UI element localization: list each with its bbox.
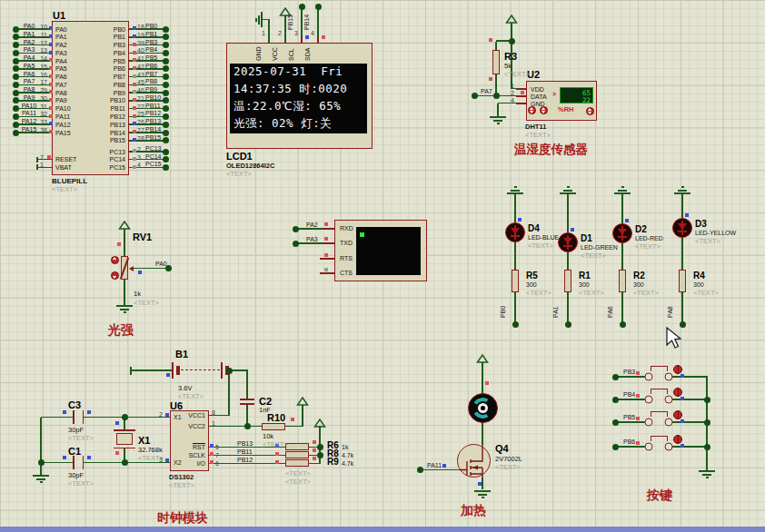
section-label-clock: 时钟模块	[157, 511, 208, 524]
net-label: PB10	[145, 94, 161, 101]
led-text-placeholder: <TEXT>	[528, 242, 553, 250]
resistor-value: 4.7k	[342, 452, 353, 458]
wire	[618, 399, 645, 400]
crystal-plate	[114, 448, 135, 449]
power-arrow-icon	[505, 15, 518, 24]
pin-state-square	[324, 237, 328, 241]
resistor-body[interactable]	[285, 459, 309, 467]
pin-number: 8	[212, 409, 215, 416]
u2-text-placeholder: <TEXT>	[525, 132, 551, 139]
resistor-value: 4.7k	[342, 460, 353, 467]
r10-text-placeholder: <TEXT>	[263, 441, 288, 448]
pin-number: 45	[137, 79, 144, 85]
mcu-pin-name: PB10	[86, 97, 125, 103]
fan-hub-hole-icon	[481, 406, 485, 410]
mcu-pin-name: PB4	[86, 50, 125, 56]
mcu-pin-name: PB14	[86, 130, 125, 136]
mcu-pin-name: PA10	[55, 105, 71, 112]
pin-state-square	[324, 222, 328, 226]
ground-icon	[511, 190, 520, 192]
net-label: PB0	[145, 23, 157, 29]
power-arrow-icon	[118, 221, 131, 230]
pin-state-square	[63, 456, 66, 459]
pin-number: 18	[137, 24, 144, 30]
proteus-schematic-canvas[interactable]: U1 BLUEPILL <TEXT> LCD1 OLED12864I2C <TE…	[0, 0, 765, 532]
resistor-body[interactable]	[262, 423, 285, 430]
ground-icon	[33, 475, 49, 477]
net-label: PB3	[145, 39, 157, 45]
junction-dot	[163, 42, 169, 48]
pin-state-square	[210, 460, 214, 464]
led-ref: D2	[635, 225, 647, 234]
pin-number: 4	[505, 97, 514, 103]
net-label: PB6	[623, 438, 635, 445]
net-label: PB11	[145, 103, 161, 109]
ground-icon	[563, 190, 572, 192]
ground-icon	[618, 190, 627, 192]
ground-icon	[120, 309, 129, 310]
ground-icon	[258, 15, 260, 25]
junction-dot	[612, 374, 619, 380]
wire	[298, 242, 323, 244]
pin-state-square	[133, 130, 136, 133]
cap-plate	[83, 456, 84, 469]
junction-dot	[293, 226, 299, 232]
rv1-text-placeholder: <TEXT>	[134, 300, 159, 307]
section-label-sensor: 温湿度传感器	[514, 143, 588, 156]
pin-state-square	[322, 35, 325, 39]
net-label: PB12	[145, 110, 161, 116]
junction-dot	[317, 452, 323, 458]
net-label: PB12	[237, 457, 253, 463]
mcu-pin-name: PA6	[55, 74, 67, 80]
resistor-body[interactable]	[512, 270, 519, 292]
up-arrow-icon	[530, 107, 533, 110]
pin-number: 40	[137, 47, 144, 54]
pin-state-square	[133, 122, 136, 125]
u1-text-placeholder: <TEXT>	[52, 186, 77, 193]
junction-dot	[163, 50, 169, 56]
junction-dot	[163, 149, 169, 155]
pin-state-square	[275, 452, 279, 456]
wire	[621, 243, 623, 270]
pin-state-square	[133, 165, 136, 169]
wire-end	[130, 367, 132, 375]
resistor-ref: R9	[327, 458, 339, 467]
resistor-body[interactable]	[619, 270, 626, 292]
resistor-text-placeholder: <TEXT>	[579, 290, 604, 297]
terminal-screen	[356, 227, 421, 275]
pin-number: 2	[137, 146, 141, 153]
resistor-body[interactable]	[285, 451, 309, 458]
lcd-text-placeholder: <TEXT>	[226, 171, 252, 178]
junction-dot	[163, 26, 169, 33]
rv1-ref: RV1	[133, 232, 152, 242]
net-label-pa11: PA11	[427, 462, 442, 468]
pin-number: 19	[137, 32, 144, 38]
resistor-body[interactable]	[492, 50, 500, 74]
resistor-text-placeholder: <TEXT>	[633, 290, 659, 297]
resistor-body[interactable]	[285, 443, 309, 450]
lcd-pin-name: SDA	[304, 48, 311, 61]
battery-dash	[181, 369, 220, 370]
b1-text-placeholder: <TEXT>	[178, 393, 204, 400]
wire	[514, 192, 516, 222]
mcu-pin-name: PC13	[86, 149, 125, 155]
ground-icon	[621, 186, 624, 188]
section-label-keys: 按键	[647, 488, 672, 501]
wire	[482, 362, 483, 393]
pin-state-square	[681, 374, 684, 378]
dht-pin-name: DATA	[531, 94, 547, 100]
pin-number: 7	[215, 452, 219, 458]
pin-state-square	[210, 452, 214, 456]
pin-number: 4	[311, 30, 314, 36]
net-label: PB14	[145, 126, 161, 133]
resistor-body[interactable]	[679, 270, 686, 292]
lcd-pin-name: VCC	[272, 47, 278, 61]
b1-value: 3.6V	[178, 385, 192, 392]
crystal-body[interactable]	[116, 433, 133, 445]
battery-plate	[172, 362, 174, 379]
mcu-pin-name: PC14	[86, 156, 125, 163]
resistor-ref: R5	[526, 271, 538, 281]
resistor-body[interactable]	[564, 270, 571, 292]
ground-icon	[567, 186, 570, 188]
junction-dot	[244, 423, 251, 429]
